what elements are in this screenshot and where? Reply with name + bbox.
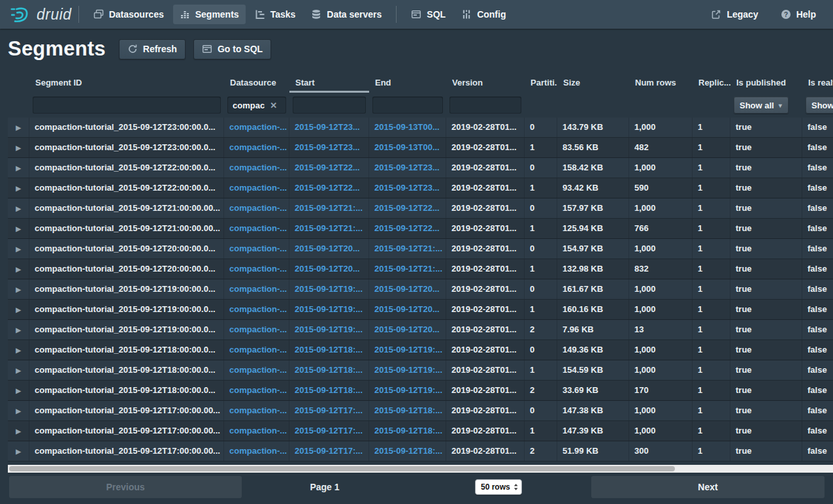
- datasource-link[interactable]: compaction-...: [224, 279, 289, 299]
- expand-row-button[interactable]: ▶: [8, 118, 29, 137]
- datasource-link[interactable]: compaction-...: [224, 381, 289, 400]
- expand-row-button[interactable]: ▶: [8, 340, 29, 360]
- datasource-link[interactable]: compaction-...: [224, 421, 289, 441]
- end-link[interactable]: 2015-09-12T21:...: [369, 239, 446, 259]
- datasource-link[interactable]: compaction-...: [224, 360, 289, 380]
- page-size-select[interactable]: 50 rows: [475, 479, 522, 495]
- segment-id-filter-input[interactable]: [33, 97, 221, 114]
- datasource-link[interactable]: compaction-...: [224, 198, 289, 218]
- end-link[interactable]: 2015-09-12T22...: [369, 198, 446, 218]
- datasource-link[interactable]: compaction-...: [224, 118, 289, 137]
- start-link[interactable]: 2015-09-12T20...: [289, 259, 369, 279]
- start-link[interactable]: 2015-09-12T19:...: [289, 320, 369, 339]
- datasource-link[interactable]: compaction-...: [224, 320, 289, 339]
- col-replicas[interactable]: Replic...: [693, 73, 730, 93]
- expand-row-button[interactable]: ▶: [8, 300, 29, 319]
- expand-row-button[interactable]: ▶: [8, 219, 29, 238]
- start-filter-input[interactable]: [293, 97, 366, 114]
- expand-row-button[interactable]: ▶: [8, 360, 29, 380]
- start-link[interactable]: 2015-09-12T22...: [289, 158, 369, 178]
- end-link[interactable]: 2015-09-12T19:...: [369, 381, 446, 400]
- datasource-filter-input[interactable]: compac ✕: [227, 97, 286, 114]
- nav-datasources[interactable]: Datasources: [87, 5, 171, 24]
- end-link[interactable]: 2015-09-12T23...: [369, 158, 446, 178]
- datasource-link[interactable]: compaction-...: [224, 158, 289, 178]
- nav-tasks[interactable]: Tasks: [248, 5, 302, 24]
- end-link[interactable]: 2015-09-12T20...: [369, 300, 446, 319]
- col-segment-id[interactable]: Segment ID: [29, 73, 224, 93]
- expand-row-button[interactable]: ▶: [8, 198, 29, 218]
- start-link[interactable]: 2015-09-12T20...: [289, 239, 369, 259]
- start-link[interactable]: 2015-09-12T21:...: [289, 198, 369, 218]
- end-link[interactable]: 2015-09-12T21:...: [369, 259, 446, 279]
- end-filter-input[interactable]: [372, 97, 443, 114]
- brand-logo[interactable]: druid: [9, 3, 72, 25]
- nav-data-servers[interactable]: Data servers: [304, 5, 388, 24]
- start-link[interactable]: 2015-09-12T17:...: [289, 441, 369, 461]
- go-to-sql-button[interactable]: Go to SQL: [193, 39, 271, 59]
- col-is-published[interactable]: Is published: [730, 73, 802, 93]
- nav-sql[interactable]: SQL: [404, 5, 452, 24]
- datasource-link[interactable]: compaction-...: [224, 401, 289, 420]
- nav-config[interactable]: Config: [455, 5, 512, 24]
- end-link[interactable]: 2015-09-12T18:...: [369, 401, 446, 420]
- datasource-link[interactable]: compaction-...: [224, 441, 289, 461]
- start-link[interactable]: 2015-09-12T21:...: [289, 219, 369, 238]
- end-link[interactable]: 2015-09-12T19:...: [369, 340, 446, 360]
- nav-help[interactable]: ? Help: [774, 5, 823, 24]
- end-link[interactable]: 2015-09-12T22...: [369, 219, 446, 238]
- start-link[interactable]: 2015-09-12T18:...: [289, 360, 369, 380]
- expand-row-button[interactable]: ▶: [8, 381, 29, 400]
- start-link[interactable]: 2015-09-12T19:...: [289, 300, 369, 319]
- end-link[interactable]: 2015-09-13T00...: [369, 138, 446, 157]
- datasource-link[interactable]: compaction-...: [224, 340, 289, 360]
- is-realtime-filter-select[interactable]: Show all ▾: [806, 97, 833, 114]
- col-end[interactable]: End: [369, 73, 446, 93]
- nav-segments[interactable]: Segments: [173, 5, 246, 24]
- col-datasource[interactable]: Datasource: [224, 73, 289, 93]
- horizontal-scrollbar[interactable]: [8, 465, 833, 473]
- datasource-link[interactable]: compaction-...: [224, 178, 289, 198]
- col-version[interactable]: Version: [446, 73, 525, 93]
- datasource-link[interactable]: compaction-...: [224, 219, 289, 238]
- start-link[interactable]: 2015-09-12T23...: [289, 138, 369, 157]
- end-link[interactable]: 2015-09-13T00...: [369, 118, 446, 137]
- scrollbar-thumb[interactable]: [9, 466, 675, 471]
- refresh-button[interactable]: Refresh: [119, 39, 186, 59]
- expand-row-button[interactable]: ▶: [8, 441, 29, 461]
- expand-row-button[interactable]: ▶: [8, 158, 29, 178]
- col-num-rows[interactable]: Num rows: [629, 73, 693, 93]
- version-filter-input[interactable]: [449, 97, 521, 114]
- datasource-link[interactable]: compaction-...: [224, 259, 289, 279]
- start-link[interactable]: 2015-09-12T23...: [289, 118, 369, 137]
- expand-row-button[interactable]: ▶: [8, 178, 29, 198]
- expand-row-button[interactable]: ▶: [8, 401, 29, 420]
- datasource-link[interactable]: compaction-...: [224, 300, 289, 319]
- col-size[interactable]: Size: [557, 73, 629, 93]
- start-link[interactable]: 2015-09-12T17:...: [289, 421, 369, 441]
- end-link[interactable]: 2015-09-12T20...: [369, 279, 446, 299]
- end-link[interactable]: 2015-09-12T18:...: [369, 441, 446, 461]
- datasource-link[interactable]: compaction-...: [224, 239, 289, 259]
- start-link[interactable]: 2015-09-12T19:...: [289, 279, 369, 299]
- start-link[interactable]: 2015-09-12T22...: [289, 178, 369, 198]
- next-page-button[interactable]: Next: [591, 476, 825, 498]
- expand-row-button[interactable]: ▶: [8, 239, 29, 259]
- end-link[interactable]: 2015-09-12T20...: [369, 320, 446, 339]
- end-link[interactable]: 2015-09-12T18:...: [369, 421, 446, 441]
- nav-legacy[interactable]: Legacy: [704, 5, 764, 24]
- col-partition[interactable]: Partiti...: [525, 73, 557, 93]
- col-is-realtime[interactable]: Is realtime: [802, 73, 833, 93]
- expand-row-button[interactable]: ▶: [8, 138, 29, 157]
- datasource-link[interactable]: compaction-...: [224, 138, 289, 157]
- expand-row-button[interactable]: ▶: [8, 279, 29, 299]
- end-link[interactable]: 2015-09-12T23...: [369, 178, 446, 198]
- remove-tag-icon[interactable]: ✕: [270, 101, 277, 110]
- end-link[interactable]: 2015-09-12T19:...: [369, 360, 446, 380]
- start-link[interactable]: 2015-09-12T17:...: [289, 401, 369, 420]
- expand-row-button[interactable]: ▶: [8, 320, 29, 339]
- col-start[interactable]: Start: [289, 73, 369, 93]
- start-link[interactable]: 2015-09-12T18:...: [289, 381, 369, 400]
- expand-row-button[interactable]: ▶: [8, 421, 29, 441]
- start-link[interactable]: 2015-09-12T18:...: [289, 340, 369, 360]
